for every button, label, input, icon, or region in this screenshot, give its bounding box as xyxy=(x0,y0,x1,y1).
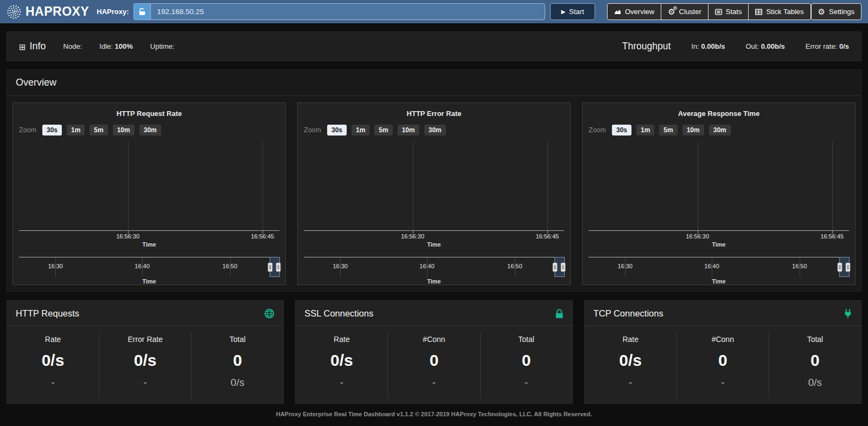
navigator-tick-label: 16:30 xyxy=(48,263,63,269)
stat-column-sub: - xyxy=(481,377,572,389)
gridline xyxy=(263,141,263,230)
axis-tick-label: 16:56:45 xyxy=(820,233,844,240)
stat-column-header: Rate xyxy=(296,333,387,344)
tab-stick-tables[interactable]: Stick Tables xyxy=(748,3,810,20)
range-navigator[interactable]: 16:30 16:40 16:50 xyxy=(304,257,564,277)
stat-column-value: 0 xyxy=(769,351,861,370)
stat-column-header: Total xyxy=(769,333,861,344)
settings-button[interactable]: ⚙ Settings xyxy=(811,3,861,20)
x-axis-title: Time xyxy=(19,241,279,248)
x-axis-title: Time xyxy=(304,241,564,248)
zoom-5m-button[interactable]: 5m xyxy=(90,125,107,135)
zoom-1m-button[interactable]: 1m xyxy=(67,125,85,135)
stat-column-value: 0 xyxy=(677,351,769,370)
navigator-right-handle[interactable] xyxy=(846,263,851,272)
throughput-out: Out: 0.00b/s xyxy=(745,42,784,50)
navigator-left-handle[interactable] xyxy=(267,263,272,272)
stat-column-sub: 0/s xyxy=(192,377,283,389)
panel-tcp-connections: TCP Connections Rate 0/s - #Conn 0 - xyxy=(584,300,861,404)
zoom-10m-button[interactable]: 10m xyxy=(398,125,419,135)
info-toggle[interactable]: ⊞ Info xyxy=(19,41,46,52)
throughput-title: Throughput xyxy=(622,41,671,52)
stat-column-value: 0/s xyxy=(7,351,99,370)
range-navigator[interactable]: 16:30 16:40 16:50 xyxy=(589,257,849,277)
zoom-30s-button[interactable]: 30s xyxy=(327,125,347,135)
address-group xyxy=(133,3,545,20)
zoom-30m-button[interactable]: 30m xyxy=(139,125,161,135)
stat-column: #Conn 0 - xyxy=(388,333,480,398)
haproxy-address-input[interactable] xyxy=(150,3,545,20)
chart-http-request-rate: HTTP Request Rate Zoom 30s 1m 5m 10m 30m… xyxy=(12,102,286,285)
navigator-tick-label: 16:40 xyxy=(419,263,435,269)
plot-area xyxy=(19,139,279,231)
node-field: Node: xyxy=(63,42,82,50)
axis-tick-label: 16:56:45 xyxy=(251,233,274,240)
footer-copyright: HAProxy Enterprise Real Time Dashboard v… xyxy=(0,404,868,426)
stat-column: Total 0 0/s xyxy=(769,333,861,398)
stat-column-header: Total xyxy=(192,333,283,344)
zoom-10m-button[interactable]: 10m xyxy=(113,125,135,135)
zoom-label: Zoom xyxy=(589,126,606,134)
stat-column-sub: - xyxy=(388,377,480,389)
throughput-in: In: 0.00b/s xyxy=(691,42,725,50)
overview-card: Overview HTTP Request Rate Zoom 30s 1m 5… xyxy=(7,69,861,292)
unlock-icon xyxy=(138,8,146,16)
start-button[interactable]: ▶ Start xyxy=(550,3,595,20)
zoom-30m-button[interactable]: 30m xyxy=(424,125,446,135)
zoom-5m-button[interactable]: 5m xyxy=(374,125,392,135)
navigator-tick-label: 16:50 xyxy=(507,263,522,269)
stat-column-sub: - xyxy=(7,377,99,389)
zoom-label: Zoom xyxy=(19,126,36,134)
stat-column: Rate 0/s - xyxy=(296,333,388,398)
navigator-axis-title: Time xyxy=(304,278,564,285)
x-axis: 16:56:30 16:56:45 xyxy=(589,231,849,240)
gear-icon: ⚙ xyxy=(818,8,825,16)
zoom-30s-button[interactable]: 30s xyxy=(612,125,631,135)
tab-stats[interactable]: Stats xyxy=(708,3,749,20)
zoom-label: Zoom xyxy=(304,126,321,134)
plug-icon xyxy=(844,309,852,319)
navigator-tick-label: 16:30 xyxy=(333,263,348,269)
lock-icon xyxy=(555,309,564,319)
panel-header: TCP Connections xyxy=(585,301,861,326)
navigator-tick-label: 16:40 xyxy=(704,263,719,269)
stat-column-value: 0 xyxy=(388,351,480,370)
navigator-right-handle[interactable] xyxy=(561,263,566,272)
tab-cluster[interactable]: ⚙⚙ Cluster xyxy=(661,3,709,20)
gridline xyxy=(413,141,413,230)
charts-row: HTTP Request Rate Zoom 30s 1m 5m 10m 30m… xyxy=(7,96,861,291)
gridline xyxy=(128,141,129,230)
throughput-error-rate: Error rate: 0/s xyxy=(806,42,849,50)
axis-tick-label: 16:56:30 xyxy=(116,233,139,240)
zoom-1m-button[interactable]: 1m xyxy=(352,125,369,135)
chart-average-response-time: Average Response Time Zoom 30s 1m 5m 10m… xyxy=(582,102,856,285)
range-navigator[interactable]: 16:30 16:40 16:50 xyxy=(19,257,279,277)
axis-tick-label: 16:56:45 xyxy=(535,233,559,240)
tab-overview[interactable]: Overview xyxy=(607,3,661,20)
stat-column-header: Total xyxy=(481,333,572,344)
zoom-1m-button[interactable]: 1m xyxy=(636,125,654,135)
stat-column-header: #Conn xyxy=(677,333,769,344)
stat-column-header: #Conn xyxy=(388,333,480,344)
stat-column-sub: - xyxy=(677,377,769,389)
navigator-left-handle[interactable] xyxy=(837,263,842,272)
plot-area xyxy=(304,139,564,231)
zoom-5m-button[interactable]: 5m xyxy=(659,125,677,135)
panel-body: Rate 0/s - Error Rate 0/s - Total 0 0/s xyxy=(7,326,283,398)
navigator-tick-label: 16:50 xyxy=(792,263,807,269)
zoom-10m-button[interactable]: 10m xyxy=(682,125,704,135)
navigator-left-handle[interactable] xyxy=(552,263,557,272)
stat-column-value: 0 xyxy=(192,351,283,370)
zoom-30m-button[interactable]: 30m xyxy=(709,125,731,135)
navigator-right-handle[interactable] xyxy=(276,263,281,272)
gridline xyxy=(832,141,833,230)
stat-column-sub: - xyxy=(99,377,191,389)
zoom-30s-button[interactable]: 30s xyxy=(42,125,62,135)
overview-section-title: Overview xyxy=(7,70,861,96)
top-navbar: HAPROXY HAProxy: ▶ Start Overview ⚙⚙ Clu… xyxy=(0,0,868,23)
unlock-icon-button[interactable] xyxy=(133,3,150,20)
area-chart-icon xyxy=(614,9,621,15)
axis-tick-label: 16:56:30 xyxy=(686,233,709,240)
haproxy-address-label: HAProxy: xyxy=(97,8,129,16)
stat-column-value: 0 xyxy=(481,351,572,370)
